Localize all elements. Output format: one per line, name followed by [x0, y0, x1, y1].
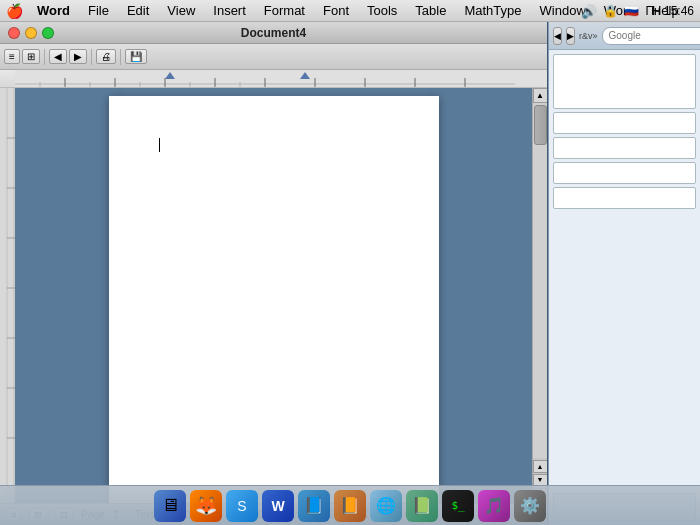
menu-view[interactable]: View	[159, 1, 203, 20]
toolbar-btn-print[interactable]: 🖨	[96, 49, 116, 64]
apple-menu[interactable]: 🍎	[6, 3, 23, 19]
toolbar-separator-3	[120, 49, 121, 65]
menu-table[interactable]: Table	[407, 1, 454, 20]
menu-bar: 🍎 Word File Edit View Insert Format Font…	[0, 0, 700, 22]
dock-bar: 🖥 🦊 S W 📘 📙 🌐 📗 $_ 🎵 ⚙️	[0, 485, 700, 525]
svg-rect-18	[0, 88, 15, 503]
page-container	[16, 96, 532, 495]
toolbar-btn-1[interactable]: ≡	[4, 49, 20, 64]
title-bar: Document4	[0, 22, 547, 44]
vertical-ruler	[0, 88, 15, 503]
toolbar-btn-3[interactable]: ◀	[49, 49, 67, 64]
window-controls	[8, 27, 54, 39]
minimize-button[interactable]	[25, 27, 37, 39]
toolbar-separator	[44, 49, 45, 65]
dock-firefox[interactable]: 🦊	[190, 490, 222, 522]
ruler-svg	[15, 70, 547, 88]
dock-app2[interactable]: 📘	[298, 490, 330, 522]
menu-word[interactable]: Word	[29, 1, 78, 20]
panel-field-large	[553, 54, 696, 109]
lock-icon: 🔒	[603, 4, 618, 18]
dock-skype[interactable]: S	[226, 490, 258, 522]
text-cursor	[159, 138, 160, 152]
menu-edit[interactable]: Edit	[119, 1, 157, 20]
panel-content	[549, 50, 700, 525]
document-area[interactable]: ▲ ▲ ▼ ▼	[0, 88, 547, 503]
right-panel: ◀ ▶ r&v»	[548, 22, 700, 525]
volume-icon[interactable]: 🔊	[581, 4, 597, 19]
scroll-thumb[interactable]	[534, 105, 547, 145]
dock-prefs[interactable]: ⚙️	[514, 490, 546, 522]
toolbar: ≡ ⊞ ◀ ▶ 🖨 💾	[0, 44, 547, 70]
word-window: Document4 ≡ ⊞ ◀ ▶ 🖨 💾	[0, 22, 548, 525]
dock-word[interactable]: W	[262, 490, 294, 522]
dock-app3[interactable]: 📙	[334, 490, 366, 522]
panel-back-btn[interactable]: ◀	[553, 27, 562, 45]
clock-display: Пн 15:46	[645, 4, 694, 18]
menu-format[interactable]: Format	[256, 1, 313, 20]
toolbar-btn-2[interactable]: ⊞	[22, 49, 40, 64]
close-button[interactable]	[8, 27, 20, 39]
toolbar-separator-2	[91, 49, 92, 65]
dock-app4[interactable]: 🌐	[370, 490, 402, 522]
panel-spacer	[553, 212, 696, 490]
window-area: Document4 ≡ ⊞ ◀ ▶ 🖨 💾	[0, 22, 700, 525]
menu-insert[interactable]: Insert	[205, 1, 254, 20]
window-title: Document4	[241, 26, 306, 40]
toolbar-btn-4[interactable]: ▶	[69, 49, 87, 64]
scroll-track[interactable]	[533, 103, 547, 458]
menubar-right: 🔊 🔒 🇷🇺 Пн 15:46	[581, 0, 694, 22]
svg-rect-0	[15, 70, 547, 88]
menu-file[interactable]: File	[80, 1, 117, 20]
maximize-button[interactable]	[42, 27, 54, 39]
dock-terminal[interactable]: $_	[442, 490, 474, 522]
dock-app5[interactable]: 📗	[406, 490, 438, 522]
panel-toolbar: ◀ ▶ r&v»	[549, 22, 700, 50]
panel-field-1	[553, 112, 696, 134]
scroll-prev-page[interactable]: ▲	[533, 460, 548, 473]
panel-field-4	[553, 187, 696, 209]
panel-search-input[interactable]	[602, 27, 700, 45]
dock-finder[interactable]: 🖥	[154, 490, 186, 522]
panel-forward-btn[interactable]: ▶	[566, 27, 575, 45]
document-scrollbar[interactable]: ▲ ▲ ▼ ▼	[532, 88, 547, 503]
menu-font[interactable]: Font	[315, 1, 357, 20]
toolbar-btn-save[interactable]: 💾	[125, 49, 147, 64]
flag-icon[interactable]: 🇷🇺	[624, 4, 639, 18]
panel-field-3	[553, 162, 696, 184]
scroll-up-arrow[interactable]: ▲	[533, 88, 548, 103]
menu-tools[interactable]: Tools	[359, 1, 405, 20]
document-page[interactable]	[109, 96, 439, 503]
panel-field-2	[553, 137, 696, 159]
menu-mathtype[interactable]: MathType	[456, 1, 529, 20]
dock-music[interactable]: 🎵	[478, 490, 510, 522]
search-prefix: r&v»	[579, 31, 598, 41]
horizontal-ruler	[0, 70, 547, 88]
v-ruler-svg	[0, 88, 15, 503]
